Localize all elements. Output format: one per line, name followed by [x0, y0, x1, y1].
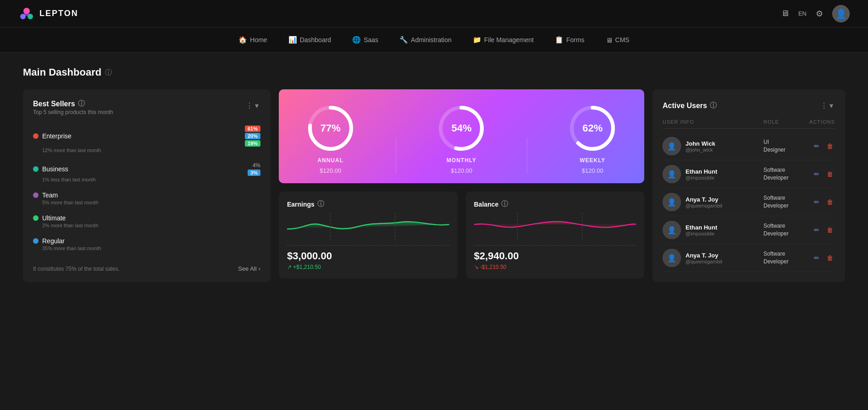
active-users-info-icon: ⓘ	[710, 101, 717, 110]
table-row: 👤 Anya T. Joy @queensgambit SoftwareDeve…	[663, 244, 835, 272]
avatar: 👤	[663, 137, 681, 155]
monitor-icon[interactable]: 🖥	[781, 9, 789, 18]
delete-button[interactable]: 🗑	[825, 141, 835, 152]
product-name: Ultimate	[42, 214, 66, 222]
product-name: Regular	[42, 237, 65, 245]
best-sellers-title: Best Sellers ⓘ	[33, 99, 113, 108]
active-users-title: Active Users ⓘ	[663, 101, 717, 110]
nav-item-administration[interactable]: 🔧 Administration	[391, 32, 460, 48]
nav-label-administration: Administration	[411, 36, 452, 44]
center-column: 77% ANNUAL $120.00 54%	[279, 89, 644, 282]
avatar: 👤	[663, 193, 681, 211]
nav-label-home: Home	[250, 36, 267, 44]
forms-icon: 📋	[555, 36, 564, 44]
user-handle: @queensgambit	[686, 203, 722, 208]
nav-item-forms[interactable]: 📋 Forms	[547, 32, 593, 48]
monthly-amount: $120.00	[451, 167, 472, 174]
user-info-cell: 👤 John Wick @john_wick	[663, 137, 763, 155]
best-sellers-subtitle: Top 5 selling products this month	[33, 109, 113, 115]
table-row: 👤 Ethan Hunt @impossible SoftwareDevelop…	[663, 160, 835, 188]
earnings-chart	[287, 213, 449, 241]
role-cell: SoftwareDeveloper	[763, 194, 798, 210]
best-sellers-footer: It constitutes 75% of the total sales. S…	[33, 256, 260, 272]
product-name: Enterprise	[42, 132, 72, 140]
earnings-info-icon: ⓘ	[317, 200, 324, 208]
page-title-row: Main Dashboard ⓘ	[23, 66, 845, 78]
divider	[474, 245, 636, 246]
annual-amount: $120.00	[320, 167, 341, 174]
th-role: ROLE	[763, 119, 798, 125]
divider	[527, 137, 527, 174]
user-info-cell: 👤 Ethan Hunt @impossible	[663, 221, 763, 239]
edit-button[interactable]: ✏	[812, 169, 821, 180]
active-users-header: Active Users ⓘ ⋮ ▾	[663, 99, 835, 112]
delete-button[interactable]: 🗑	[825, 197, 835, 208]
product-name: Team	[42, 191, 58, 199]
earnings-title: Earnings ⓘ	[287, 200, 449, 208]
user-handle: @queensgambit	[686, 259, 722, 264]
svg-text:👤: 👤	[667, 226, 676, 235]
active-users-menu-button[interactable]: ⋮ ▾	[818, 99, 835, 112]
product-name: Business	[42, 165, 68, 173]
nav-item-cms[interactable]: 🖥 CMS	[597, 33, 638, 48]
product-name-area: Business	[33, 165, 68, 173]
administration-icon: 🔧	[399, 36, 408, 44]
product-sub: 1% less than last month	[42, 177, 260, 182]
product-top: Business 4% 3%	[33, 162, 260, 176]
user-info-cell: 👤 Anya T. Joy @queensgambit	[663, 193, 763, 211]
best-sellers-menu-button[interactable]: ⋮ ▾	[244, 99, 260, 112]
balance-info-icon: ⓘ	[501, 200, 508, 208]
delete-button[interactable]: 🗑	[825, 252, 835, 263]
product-name-area: Enterprise	[33, 132, 72, 140]
weekly-amount: $120.00	[582, 167, 603, 174]
divider	[396, 137, 396, 174]
product-top: Ultimate	[33, 214, 260, 222]
actions-cell: ✏ 🗑	[798, 169, 835, 180]
avatar: 👤	[663, 165, 681, 183]
delete-button[interactable]: 🗑	[825, 169, 835, 180]
page-title: Main Dashboard	[23, 66, 101, 78]
role-cell: SoftwareDeveloper	[763, 166, 798, 182]
list-item: Team 5% more than last month	[33, 191, 260, 205]
edit-button[interactable]: ✏	[812, 252, 821, 263]
see-all-button[interactable]: See All ›	[238, 265, 260, 272]
edit-button[interactable]: ✏	[812, 141, 821, 152]
monthly-percent: 54%	[451, 122, 471, 134]
earnings-change: ↗ +$1,210.50	[287, 264, 449, 270]
svg-text:👤: 👤	[667, 142, 676, 151]
nav-label-saas: Saas	[364, 36, 378, 44]
user-name: John Wick	[686, 140, 715, 147]
earnings-card: Earnings ⓘ	[279, 191, 458, 279]
cms-icon: 🖥	[606, 36, 613, 44]
user-info-cell: 👤 Ethan Hunt @impossible	[663, 165, 763, 183]
nav-item-dashboard[interactable]: 📊 Dashboard	[280, 32, 340, 48]
settings-icon[interactable]: ⚙	[816, 9, 823, 19]
user-handle: @impossible	[686, 175, 717, 180]
stats-row: 77% ANNUAL $120.00 54%	[290, 103, 633, 174]
divider	[287, 245, 449, 246]
delete-button[interactable]: 🗑	[825, 224, 835, 235]
role-cell: UIDesigner	[763, 138, 798, 154]
edit-button[interactable]: ✏	[812, 197, 821, 208]
product-name-area: Ultimate	[33, 214, 66, 222]
main-grid: Best Sellers ⓘ Top 5 selling products th…	[23, 89, 845, 282]
list-item: Business 4% 3% 1% less than last month	[33, 162, 260, 182]
footer-text: It constitutes 75% of the total sales.	[33, 266, 120, 272]
product-top: Team	[33, 191, 260, 199]
role-cell: SoftwareDeveloper	[763, 250, 798, 266]
annual-circle: 77%	[305, 103, 356, 153]
nav-item-saas[interactable]: 🌐 Saas	[344, 32, 387, 48]
edit-button[interactable]: ✏	[812, 224, 821, 235]
home-icon: 🏠	[238, 36, 247, 44]
logo-icon	[18, 5, 35, 22]
weekly-label: WEEKLY	[580, 157, 605, 164]
balance-chart	[474, 213, 636, 241]
language-selector[interactable]: EN	[798, 10, 807, 17]
nav-item-home[interactable]: 🏠 Home	[230, 32, 275, 48]
th-actions: ACTIONS	[798, 119, 835, 125]
nav-item-file-management[interactable]: 📁 File Management	[464, 32, 542, 48]
user-avatar-button[interactable]: 👤	[832, 5, 850, 22]
table-row: 👤 Anya T. Joy @queensgambit SoftwareDeve…	[663, 188, 835, 216]
page-title-info-icon: ⓘ	[105, 68, 112, 77]
up-arrow-icon: ↗	[287, 264, 292, 270]
